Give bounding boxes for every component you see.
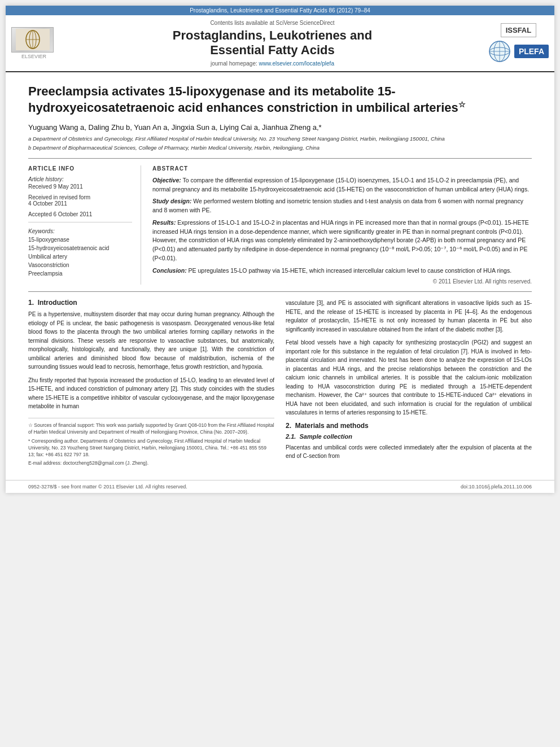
abstract-study: Study design: We performed western blott… [152, 197, 532, 215]
section2-1-heading: 2.1. Sample collection [286, 433, 532, 440]
abstract-results: Results: Expressions of 15-LO-1 and 15-L… [152, 219, 532, 263]
history-label: Article history: [28, 176, 132, 182]
affiliation-a: a Department of Obstetrics and Gynecolog… [28, 135, 532, 142]
affiliations: a Department of Obstetrics and Gynecolog… [28, 135, 532, 151]
revised-date: Received in revised form 4 October 2011 [28, 194, 132, 207]
footnote-email: E-mail address: doctorzheng528@gmail.com… [28, 460, 274, 466]
footnote-star: ☆ Sources of financial support: This wor… [28, 422, 274, 436]
keywords-section: Keywords: 15-lipoxygenase 15-hydroxyeico… [28, 228, 132, 278]
elsevier-label: ELSEVIER [11, 54, 56, 59]
top-bar: Prostaglandins, Leukotrienes and Essenti… [6, 6, 554, 15]
footnotes: ☆ Sources of financial support: This wor… [28, 418, 274, 467]
logos-right: ISSFAL PLEFA [488, 23, 549, 63]
plefa-logo: PLEFA [514, 45, 549, 58]
section2-heading: 2. Materials and methods [286, 422, 532, 430]
right-para1: vasculature [3], and PE is associated wi… [286, 299, 532, 334]
elsevier-logo: ELSEVIER [11, 27, 56, 59]
affiliation-b: b Department of Biopharmaceutical Scienc… [28, 144, 532, 151]
keyword-2: 15-hydroxyeicosatetraenoic acid [28, 244, 132, 252]
abstract-conclusion: Conclusion: PE upregulates 15-LO pathway… [152, 267, 532, 276]
copyright-line: © 2011 Elsevier Ltd. All rights reserved… [152, 278, 532, 285]
abstract-objective: Objective: To compare the differential e… [152, 176, 532, 194]
page: Prostaglandins, Leukotrienes and Essenti… [6, 6, 554, 493]
keyword-5: Preeclampsia [28, 269, 132, 278]
intro-para1: PE is a hypertensive, multisystem disord… [28, 310, 274, 372]
journal-name: Prostaglandins, Leukotrienes and Essenti… [62, 28, 483, 58]
intro-heading: 1. Introduction [28, 299, 274, 307]
intro-para2: Zhu firstly reported that hypoxia increa… [28, 376, 274, 411]
journal-header: ELSEVIER Contents lists available at Sci… [6, 15, 554, 72]
issfal-logo: ISSFAL [501, 23, 537, 37]
journal-homepage: journal homepage: www.elsevier.com/locat… [62, 60, 483, 67]
results-text: Expressions of 15-LO-1 and 15-LO-2 in pl… [152, 219, 529, 261]
article-info-header: ARTICLE INFO [28, 165, 132, 172]
keyword-3: Umbilical artery [28, 252, 132, 261]
body-right-col: vasculature [3], and PE is associated wi… [286, 299, 532, 468]
objective-text: To compare the differential expression o… [152, 177, 529, 193]
footnote-corr: * Corresponding author. Departments of O… [28, 438, 274, 458]
article-body: Preeclampsia activates 15-lipoxygenase a… [6, 72, 554, 480]
right-para2: Fetal blood vessels have a high capacity… [286, 338, 532, 417]
info-divider [28, 222, 132, 222]
doi-text: doi:10.1016/j.plefa.2011.10.006 [461, 484, 532, 490]
conclusion-label: Conclusion: [152, 267, 187, 274]
contents-line: Contents lists available at SciVerse Sci… [62, 20, 483, 26]
info-abstract-cols: ARTICLE INFO Article history: Received 9… [28, 158, 532, 285]
study-text: We performed western blotting and isomet… [152, 198, 523, 213]
study-label: Study design: [152, 198, 191, 204]
article-info-col: ARTICLE INFO Article history: Received 9… [28, 165, 141, 285]
article-title: Preeclampsia activates 15-lipoxygenase a… [28, 84, 532, 117]
authors-line: Yuguang Wang a, Daling Zhu b, Yuan An a,… [28, 123, 532, 132]
keywords-label: Keywords: [28, 228, 132, 234]
objective-label: Objective: [152, 177, 181, 184]
received-date: Received 9 May 2011 [28, 184, 132, 190]
keyword-4: Vasoconstriction [28, 261, 132, 269]
journal-title-block: Contents lists available at SciVerse Sci… [62, 20, 483, 67]
globe-icon [488, 40, 511, 63]
abstract-header: ABSTRACT [152, 165, 532, 172]
conclusion-text: PE upregulates 15-LO pathway via 15-HETE… [189, 267, 512, 274]
accepted-date: Accepted 6 October 2011 [28, 211, 132, 217]
keyword-1: 15-lipoxygenase [28, 235, 132, 244]
issn-text: 0952-3278/$ - see front matter © 2011 El… [28, 484, 187, 490]
journal-homepage-link[interactable]: www.elsevier.com/locate/plefa [259, 60, 334, 67]
body-left-col: 1. Introduction PE is a hypertensive, mu… [28, 299, 274, 468]
results-label: Results: [152, 219, 176, 226]
right-para3: Placentas and umbilical cords were colle… [286, 443, 532, 461]
elsevier-logo-graphic [11, 27, 54, 53]
bottom-bar: 0952-3278/$ - see front matter © 2011 El… [6, 480, 554, 493]
abstract-col: ABSTRACT Objective: To compare the diffe… [152, 165, 532, 285]
journal-volume-info: Prostaglandins, Leukotrienes and Essenti… [190, 7, 370, 14]
body-cols: 1. Introduction PE is a hypertensive, mu… [28, 291, 532, 468]
